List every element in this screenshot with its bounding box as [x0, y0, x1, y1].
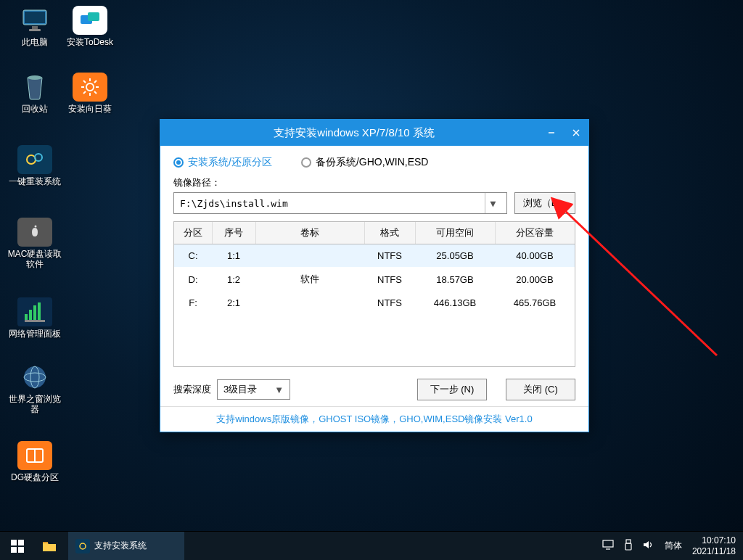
cell-label: 软件 — [255, 267, 364, 292]
desktop-icon-label: 安装ToDesk — [62, 38, 118, 48]
tray-clock[interactable]: 10:07:10 2021/11/18 — [692, 535, 736, 556]
cell-free: 18.57GB — [415, 267, 495, 292]
svg-rect-1 — [25, 12, 45, 23]
col-header-partition[interactable]: 分区 — [174, 222, 212, 244]
search-depth-value: 3级目录 — [223, 383, 257, 396]
svg-line-13 — [94, 91, 97, 94]
svg-rect-42 — [625, 543, 631, 550]
image-path-input[interactable]: F:\Zjds\install.wim ▼ — [173, 192, 507, 214]
desktop-icon-label: 此电脑 — [7, 38, 62, 48]
svg-rect-21 — [33, 305, 36, 320]
minimize-button[interactable] — [539, 120, 564, 146]
desktop-icon-sunflower[interactable]: 安装向日葵 — [62, 73, 118, 115]
svg-point-6 — [28, 75, 42, 80]
globe-icon — [17, 363, 52, 392]
table-row[interactable]: D:1:2软件NTFS18.57GB20.00GB — [174, 267, 575, 292]
network-panel-icon — [17, 297, 52, 326]
svg-rect-33 — [11, 540, 17, 545]
taskbar: 支持安装系统 简体 10:07:10 2021/11/18 — [0, 531, 743, 560]
tray-ime[interactable]: 简体 — [665, 540, 682, 552]
dg-icon — [17, 441, 52, 470]
next-button[interactable]: 下一步 (N) — [417, 379, 487, 400]
cell-free: 446.13GB — [415, 292, 495, 314]
col-header-capacity[interactable]: 分区容量 — [495, 222, 575, 244]
svg-line-12 — [83, 81, 86, 83]
taskbar-app-installer[interactable]: 支持安装系统 — [68, 532, 184, 560]
dialog-footer: 支持windows原版镜像，GHOST ISO镜像，GHO,WIM,ESD镜像安… — [160, 406, 588, 432]
desktop-icon-label: 一键重装系统 — [7, 177, 62, 187]
image-path-label: 镜像路径： — [173, 176, 575, 189]
svg-rect-23 — [25, 320, 45, 322]
dialog-titlebar[interactable]: 支持安装windows XP/7/8/10 系统 — [160, 120, 588, 146]
tray-date: 2021/11/18 — [692, 546, 736, 556]
desktop-icon-worldbrowser[interactable]: 世界之窗浏览器 — [7, 363, 62, 415]
svg-line-14 — [83, 91, 86, 94]
cell-fs: NTFS — [364, 244, 415, 267]
col-header-free[interactable]: 可用空间 — [415, 222, 495, 244]
desktop-icon-dgdisk[interactable]: DG硬盘分区 — [7, 441, 62, 483]
svg-rect-39 — [603, 540, 613, 547]
search-depth-select[interactable]: 3级目录 ▼ — [217, 379, 290, 400]
desktop-icon-label: DG硬盘分区 — [7, 473, 62, 483]
radio-install-restore[interactable]: 安装系统/还原分区 — [173, 156, 272, 169]
radio-label: 备份系统/GHO,WIN,ESD — [316, 156, 429, 169]
cell-part: C: — [174, 244, 212, 267]
svg-rect-20 — [29, 310, 32, 320]
folder-icon — [42, 539, 57, 553]
partition-table: 分区 序号 卷标 格式 可用空间 分区容量 C:1:1NTFS25.05GB40… — [173, 221, 575, 367]
desktop-icon-todesk[interactable]: 安装ToDesk — [62, 6, 118, 48]
svg-point-17 — [35, 154, 42, 161]
windows-logo-icon — [11, 540, 24, 553]
desktop-icon-macdisk[interactable]: MAC硬盘读取软件 — [7, 218, 62, 270]
dropdown-icon[interactable]: ▼ — [485, 193, 501, 213]
taskbar-app-label: 支持安装系统 — [94, 540, 147, 552]
svg-rect-22 — [38, 302, 41, 320]
tray-usb-icon[interactable] — [624, 539, 633, 553]
taskbar-explorer[interactable] — [35, 532, 68, 560]
desktop-icon-netmgr[interactable]: 网络管理面板 — [7, 297, 62, 339]
browse-button[interactable]: 浏览（B） — [514, 192, 575, 214]
svg-rect-37 — [43, 542, 48, 543]
radio-backup[interactable]: 备份系统/GHO,WIN,ESD — [301, 156, 429, 169]
desktop-icon-reinstall[interactable]: 一键重装系统 — [7, 145, 62, 187]
table-row[interactable]: F:2:1NTFS446.13GB465.76GB — [174, 292, 575, 314]
svg-rect-41 — [626, 540, 631, 543]
svg-rect-36 — [18, 547, 24, 553]
svg-point-18 — [35, 226, 37, 228]
cell-cap: 465.76GB — [495, 292, 575, 314]
recycle-bin-icon — [17, 73, 52, 102]
cell-part: D: — [174, 267, 212, 292]
cell-cap: 20.00GB — [495, 267, 575, 292]
svg-rect-34 — [18, 540, 24, 545]
desktop-icon-label: MAC硬盘读取软件 — [7, 250, 62, 270]
radio-label: 安装系统/还原分区 — [188, 156, 272, 169]
cell-label — [255, 292, 364, 314]
image-path-value: F:\Zjds\install.wim — [180, 198, 288, 209]
start-button[interactable] — [0, 532, 35, 560]
cell-fs: NTFS — [364, 292, 415, 314]
tray-monitor-icon[interactable] — [602, 540, 614, 552]
svg-rect-5 — [88, 12, 99, 21]
radio-bullet-icon — [173, 157, 184, 168]
todesk-icon — [73, 6, 107, 35]
col-header-number[interactable]: 序号 — [212, 222, 255, 244]
table-row[interactable]: C:1:1NTFS25.05GB40.00GB — [174, 244, 575, 267]
cell-num: 1:1 — [212, 244, 255, 267]
cell-num: 1:2 — [212, 267, 255, 292]
tray-time: 10:07:10 — [692, 535, 736, 545]
install-dialog: 支持安装windows XP/7/8/10 系统 安装系统/还原分区 备份系统/… — [160, 119, 589, 432]
svg-rect-2 — [32, 26, 38, 29]
svg-point-7 — [86, 83, 94, 91]
cell-fs: NTFS — [364, 267, 415, 292]
svg-rect-3 — [29, 29, 41, 31]
svg-point-38 — [80, 543, 86, 549]
col-header-fs[interactable]: 格式 — [364, 222, 415, 244]
desktop-icon-recycle[interactable]: 回收站 — [7, 73, 62, 115]
desktop-icon-this-pc[interactable]: 此电脑 — [7, 6, 62, 48]
apple-drive-icon — [17, 218, 52, 247]
tray-volume-icon[interactable] — [643, 540, 654, 552]
col-header-label[interactable]: 卷标 — [255, 222, 364, 244]
close-dialog-button[interactable]: 关闭 (C) — [506, 379, 575, 400]
close-button[interactable] — [564, 120, 588, 146]
svg-rect-35 — [11, 547, 17, 553]
